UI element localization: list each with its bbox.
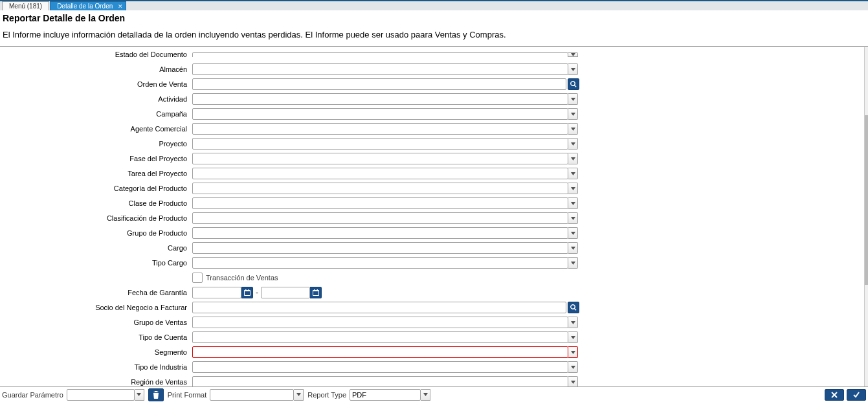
input-agente[interactable]: [192, 123, 568, 135]
scrollbar-thumb[interactable]: [865, 115, 868, 285]
row-estado: Estado del Documento: [0, 49, 864, 60]
input-orden-venta[interactable]: [192, 78, 566, 90]
scrollbar[interactable]: [865, 47, 868, 386]
label-print-format: Print Format: [168, 391, 207, 399]
label-proyecto: Proyecto: [0, 140, 192, 148]
cancel-button[interactable]: [825, 389, 844, 401]
svg-rect-6: [314, 289, 315, 291]
row-proyecto: Proyecto: [0, 138, 864, 150]
row-trans: Transacción de Ventas: [0, 272, 864, 284]
label-guardar-parametro: Guardar Parámetro: [2, 391, 63, 399]
input-grupo-ventas[interactable]: [192, 317, 568, 328]
input-print-format[interactable]: [210, 389, 294, 401]
dropdown-icon[interactable]: [568, 361, 578, 373]
dropdown-icon[interactable]: [568, 138, 578, 150]
input-tipo-cuenta[interactable]: [192, 331, 568, 343]
row-categoria: Categoría del Producto: [0, 183, 864, 194]
row-tarea: Tarea del Proyecto: [0, 168, 864, 179]
input-fase[interactable]: [192, 153, 568, 164]
input-tipo-industria[interactable]: [192, 361, 568, 373]
close-icon[interactable]: ✕: [118, 3, 123, 10]
dropdown-icon[interactable]: [294, 389, 304, 401]
input-grupo[interactable]: [192, 227, 568, 239]
row-segmento: Segmento: [0, 346, 864, 358]
dropdown-icon[interactable]: [568, 227, 578, 239]
row-almacen: Almacén: [0, 63, 864, 75]
dropdown-icon[interactable]: [568, 123, 578, 135]
label-tipo-cuenta: Tipo de Cuenta: [0, 333, 192, 341]
input-segmento[interactable]: [192, 346, 568, 358]
input-estado[interactable]: [192, 52, 568, 57]
tab-menu[interactable]: Menú (181): [2, 1, 49, 10]
input-clasif[interactable]: [192, 212, 568, 224]
input-garantia-to[interactable]: [261, 287, 310, 298]
dropdown-icon[interactable]: [568, 331, 578, 343]
row-grupo-ventas: Grupo de Ventas: [0, 317, 864, 328]
dropdown-icon[interactable]: [568, 376, 578, 386]
dropdown-icon[interactable]: [568, 63, 578, 75]
input-tipo-cargo[interactable]: [192, 257, 568, 269]
input-actividad[interactable]: [192, 93, 568, 105]
label-tipo-industria: Tipo de Industria: [0, 363, 192, 371]
input-guardar-parametro[interactable]: [67, 389, 135, 401]
row-campana: Campaña: [0, 108, 864, 120]
input-categoria[interactable]: [192, 183, 568, 194]
zoom-icon[interactable]: [568, 78, 579, 90]
row-region: Región de Ventas: [0, 376, 864, 386]
input-garantia-from[interactable]: [192, 287, 241, 298]
delete-button[interactable]: [148, 388, 164, 401]
dropdown-icon[interactable]: [568, 108, 578, 120]
dropdown-icon[interactable]: [568, 168, 578, 179]
tab-detalle-orden[interactable]: Detalle de la Orden ✕: [50, 1, 126, 10]
input-clase[interactable]: [192, 197, 568, 209]
label-grupo-ventas: Grupo de Ventas: [0, 318, 192, 326]
row-tipo-cuenta: Tipo de Cuenta: [0, 331, 864, 343]
input-tarea[interactable]: [192, 168, 568, 179]
input-proyecto[interactable]: [192, 138, 568, 150]
label-categoria: Categoría del Producto: [0, 184, 192, 192]
row-garantia: Fecha de Garantía -: [0, 287, 864, 298]
svg-rect-1: [245, 291, 250, 295]
row-clasif: Clasificación de Producto: [0, 212, 864, 224]
form-area: Estado del Documento Almacén Orden de Ve…: [0, 47, 865, 386]
row-orden-venta: Orden de Venta: [0, 78, 864, 90]
input-campana[interactable]: [192, 108, 568, 120]
label-region: Región de Ventas: [0, 378, 192, 386]
row-cargo: Cargo: [0, 242, 864, 254]
input-almacen[interactable]: [192, 63, 568, 75]
dropdown-icon[interactable]: [568, 93, 578, 105]
ok-button[interactable]: [847, 389, 866, 401]
row-agente: Agente Comercial: [0, 123, 864, 135]
input-report-type[interactable]: [350, 389, 421, 401]
label-fase: Fase del Proyecto: [0, 155, 192, 162]
dropdown-icon[interactable]: [568, 346, 578, 358]
dropdown-icon[interactable]: [568, 257, 578, 269]
dropdown-icon[interactable]: [568, 183, 578, 194]
checkbox-transaccion-ventas[interactable]: [192, 273, 203, 283]
input-region[interactable]: [192, 376, 568, 386]
svg-rect-2: [245, 289, 247, 291]
bottom-bar: Guardar Parámetro Print Format Report Ty…: [0, 386, 868, 402]
zoom-icon[interactable]: [568, 302, 579, 313]
row-clase: Clase de Producto: [0, 197, 864, 209]
label-grupo: Grupo de Producto: [0, 229, 192, 237]
input-socio[interactable]: [192, 302, 566, 313]
dropdown-icon[interactable]: [135, 389, 144, 401]
label-almacen: Almacén: [0, 65, 192, 73]
dropdown-icon[interactable]: [568, 212, 578, 224]
calendar-icon[interactable]: [241, 287, 253, 298]
dropdown-icon[interactable]: [568, 197, 578, 209]
dropdown-icon[interactable]: [568, 52, 578, 57]
label-tarea: Tarea del Proyecto: [0, 170, 192, 177]
label-segmento: Segmento: [0, 348, 192, 356]
row-grupo: Grupo de Producto: [0, 227, 864, 239]
dropdown-icon[interactable]: [568, 317, 578, 328]
tab-menu-label: Menú (181): [9, 3, 42, 10]
tab-bar: Menú (181) Detalle de la Orden ✕: [0, 0, 868, 10]
dropdown-icon[interactable]: [568, 242, 578, 254]
dropdown-icon[interactable]: [421, 389, 430, 401]
calendar-icon[interactable]: [310, 287, 322, 298]
input-cargo[interactable]: [192, 242, 568, 254]
svg-rect-5: [313, 291, 318, 295]
dropdown-icon[interactable]: [568, 153, 578, 164]
